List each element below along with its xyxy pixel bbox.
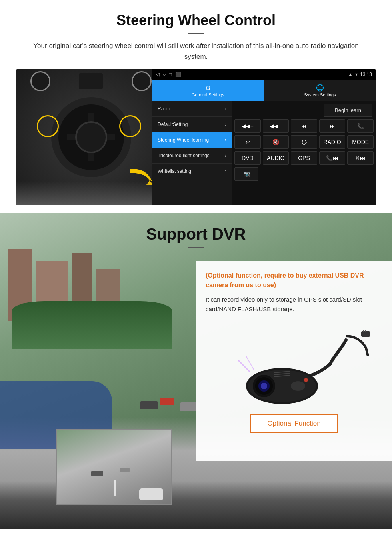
steering-wheel-ring [51, 97, 131, 177]
screen-car-white [139, 488, 163, 500]
tab-system[interactable]: 🌐 System Settings [264, 80, 376, 101]
btn-phone-prev[interactable]: 📞⏮ [319, 151, 346, 165]
menu-list: Radio › DefaultSetting › Steering Wheel … [152, 101, 232, 205]
dvr-title: Support DVR [0, 225, 392, 243]
nav-icons: ◁ ○ □ ⬛ [156, 72, 181, 77]
menu-item-whitelist[interactable]: Whitelist setting › [152, 164, 232, 179]
android-content: Radio › DefaultSetting › Steering Wheel … [152, 101, 376, 205]
section1-title: Steering Wheel Control [16, 12, 376, 29]
btn-mute-next[interactable]: ✕⏭ [347, 151, 374, 165]
svg-point-9 [291, 381, 305, 391]
btn-audio[interactable]: AUDIO [263, 151, 289, 165]
sw-highlight-right [119, 115, 141, 137]
section1-description: Your original car's steering wheel contr… [32, 40, 360, 62]
btn-power[interactable]: ⏻ [291, 135, 317, 149]
gauges-bar [16, 73, 166, 89]
camera-svg [218, 324, 370, 408]
btn-hangup[interactable]: ↩ [234, 135, 261, 149]
chevron-default: › [225, 122, 226, 127]
dvr-title-divider [188, 247, 204, 248]
menu-item-defaultsetting[interactable]: DefaultSetting › [152, 117, 232, 132]
menu-item-radio[interactable]: Radio › [152, 101, 232, 117]
gauge-left [30, 71, 50, 91]
begin-learn-button[interactable]: Begin learn [324, 104, 372, 117]
btn-next[interactable]: ⏭ [319, 119, 346, 133]
wifi-icon: ▾ [355, 72, 358, 77]
svg-line-15 [246, 356, 254, 370]
begin-learn-row: Begin learn [234, 104, 374, 117]
system-settings-icon: 🌐 [316, 84, 324, 92]
btn-vol-up[interactable]: ◀◀+ [234, 119, 261, 133]
dvr-info-box: (Optional function, require to buy exter… [196, 261, 392, 461]
btn-mode[interactable]: MODE [347, 135, 374, 149]
android-panel: ◁ ○ □ ⬛ ▲ ▾ 13:13 ⚙ General Settings 🌐 S… [152, 69, 376, 205]
dvr-optional-title: (Optional function, require to buy exter… [206, 271, 382, 290]
car-photo [16, 69, 166, 205]
distant-car-2 [160, 398, 174, 405]
menu-item-steering[interactable]: Steering Wheel learning › [152, 132, 232, 148]
home-icon: ○ [163, 72, 166, 77]
optional-function-button[interactable]: Optional Function [250, 414, 338, 433]
android-tabs[interactable]: ⚙ General Settings 🌐 System Settings [152, 80, 376, 101]
control-row-1: ◀◀+ ◀◀− ⏮ ⏭ 📞 [234, 119, 374, 133]
gauge-right [132, 71, 152, 91]
tab-general[interactable]: ⚙ General Settings [152, 80, 264, 101]
center-display [79, 73, 103, 89]
btn-vol-down[interactable]: ◀◀− [263, 119, 289, 133]
control-area: Begin learn ◀◀+ ◀◀− ⏮ ⏭ 📞 ↩ 🔇 ⏻ [232, 101, 376, 205]
steering-wheel-section: Steering Wheel Control Your original car… [0, 0, 392, 205]
time-display: 13:13 [360, 72, 372, 77]
screen-car-2 [120, 468, 130, 472]
control-row-2: ↩ 🔇 ⏻ RADIO MODE [234, 135, 374, 149]
signal-icon: ▲ [348, 72, 353, 77]
distant-car-1 [140, 401, 158, 409]
svg-point-13 [304, 378, 308, 382]
tree-hedge [12, 301, 172, 349]
btn-mute[interactable]: 🔇 [263, 135, 289, 149]
chevron-tricoloured: › [225, 153, 226, 158]
btn-dvd[interactable]: DVD [234, 151, 261, 165]
btn-camera[interactable]: 📷 [234, 167, 258, 181]
sw-highlight-left [37, 115, 59, 137]
svg-rect-0 [361, 331, 370, 337]
control-row-3: DVD AUDIO GPS 📞⏮ ✕⏭ [234, 151, 374, 165]
chevron-radio: › [225, 106, 226, 112]
svg-rect-2 [365, 330, 366, 332]
car-ui-wrapper: ◁ ○ □ ⬛ ▲ ▾ 13:13 ⚙ General Settings 🌐 S… [16, 69, 376, 205]
svg-line-14 [238, 360, 250, 372]
menu-icon: ⬛ [175, 72, 181, 77]
general-settings-icon: ⚙ [205, 84, 211, 92]
dvr-description: It can record video only to storage in G… [206, 295, 382, 314]
back-icon: ◁ [156, 72, 160, 77]
dvr-camera-image [206, 322, 382, 410]
btn-prev[interactable]: ⏮ [291, 119, 317, 133]
sw-hub [75, 121, 107, 153]
btn-phone[interactable]: 📞 [347, 119, 374, 133]
screen-car-1 [91, 471, 103, 476]
chevron-steering: › [225, 137, 226, 143]
svg-rect-1 [363, 330, 364, 332]
dvr-screen-road-view [57, 430, 171, 504]
title-divider [188, 33, 204, 34]
android-statusbar: ◁ ○ □ ⬛ ▲ ▾ 13:13 [152, 69, 376, 80]
dvr-small-screen [56, 429, 172, 505]
dashboard-bottom [16, 181, 166, 205]
svg-point-8 [261, 383, 267, 389]
btn-radio[interactable]: RADIO [319, 135, 346, 149]
control-row-4: 📷 [234, 167, 374, 181]
dvr-section: Support DVR (Optional function, require … [0, 213, 392, 529]
menu-item-tricoloured[interactable]: Tricoloured light settings › [152, 148, 232, 164]
dvr-title-area: Support DVR [0, 225, 392, 248]
chevron-whitelist: › [225, 168, 226, 174]
btn-gps[interactable]: GPS [291, 151, 317, 165]
screen-lane-mark [114, 480, 116, 496]
recent-icon: □ [169, 72, 172, 77]
